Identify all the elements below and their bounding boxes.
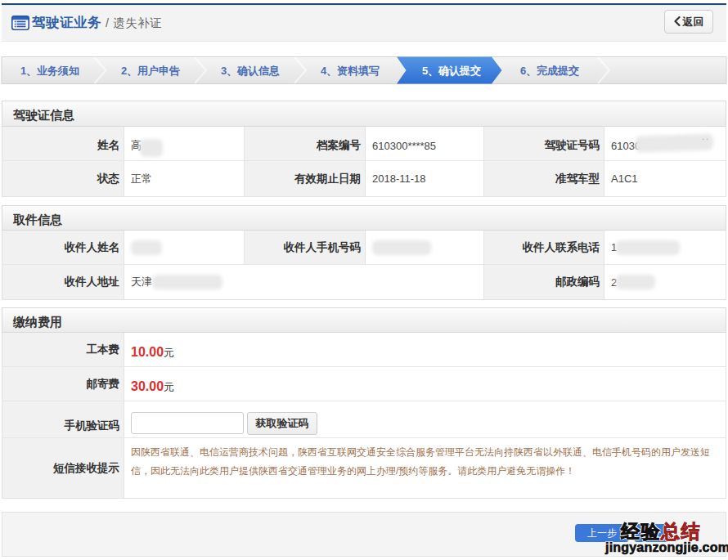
svg-text:2、用户申告: 2、用户申告 xyxy=(121,65,180,77)
svg-text:5、确认提交: 5、确认提交 xyxy=(422,65,481,77)
svg-text:4、资料填写: 4、资料填写 xyxy=(321,65,380,77)
svg-text:1、业务须知: 1、业务须知 xyxy=(20,65,79,77)
svg-text:3、确认信息: 3、确认信息 xyxy=(221,65,280,77)
svg-text:6、完成提交: 6、完成提交 xyxy=(520,65,579,77)
